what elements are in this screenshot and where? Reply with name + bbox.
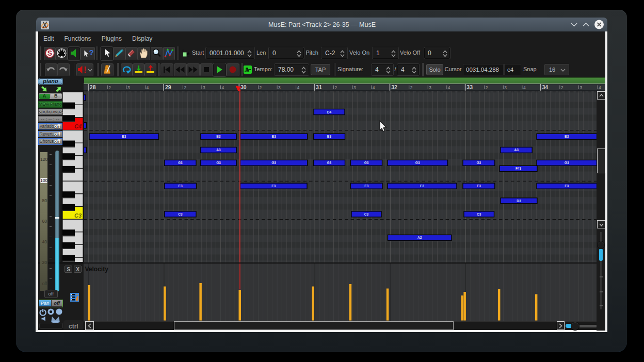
svg-text:G3: G3 [271, 161, 276, 164]
svg-text:3: 3 [202, 85, 205, 90]
svg-text:B3: B3 [271, 135, 276, 138]
svg-text:E3: E3 [178, 184, 182, 188]
svg-text:G3: G3 [564, 161, 569, 164]
svg-text:A2: A2 [417, 236, 422, 239]
svg-text:G3: G3 [364, 161, 368, 164]
svg-text:?: ? [89, 47, 94, 56]
svg-text:3: 3 [579, 85, 582, 90]
svg-text:B3: B3 [122, 135, 126, 138]
svg-text:F#3: F#3 [515, 167, 521, 170]
svg-text:4: 4 [146, 85, 149, 90]
svg-text:2: 2 [259, 85, 262, 90]
svg-text:4: 4 [599, 85, 601, 90]
svg-text:B3: B3 [565, 135, 569, 138]
svg-text:S: S [47, 49, 52, 57]
svg-text:31: 31 [316, 84, 322, 90]
svg-text:3: 3 [429, 85, 431, 90]
svg-text:G3: G3 [476, 161, 481, 164]
svg-text:32: 32 [391, 84, 397, 90]
svg-text:E3: E3 [420, 184, 424, 188]
svg-text:B3: B3 [216, 135, 221, 138]
svg-text:C3: C3 [477, 212, 481, 216]
svg-text:4: 4 [372, 85, 375, 90]
svg-text:2: 2 [108, 85, 111, 90]
svg-text:E3: E3 [364, 184, 368, 188]
svg-text:4: 4 [297, 85, 299, 90]
svg-text:E3: E3 [476, 184, 480, 188]
svg-text:G3: G3 [415, 161, 420, 164]
svg-text:2: 2 [410, 85, 412, 90]
svg-text:D4: D4 [327, 110, 331, 114]
svg-text:B3: B3 [327, 135, 331, 138]
svg-text:C3: C3 [364, 212, 368, 216]
svg-text:3: 3 [504, 85, 507, 90]
svg-text:G3: G3 [178, 161, 183, 164]
svg-text:4: 4 [447, 85, 450, 90]
svg-text:34: 34 [542, 84, 548, 90]
svg-text:3: 3 [278, 85, 281, 90]
svg-text:28: 28 [89, 84, 95, 90]
svg-text:C4: C4 [74, 123, 82, 129]
svg-text:!: ! [84, 65, 86, 74]
svg-text:4: 4 [221, 85, 224, 90]
svg-text:C3: C3 [178, 212, 183, 216]
svg-text:3: 3 [353, 85, 356, 90]
svg-text:4: 4 [523, 85, 525, 90]
svg-text:3: 3 [127, 85, 130, 90]
svg-text:2: 2 [560, 85, 563, 90]
svg-text:A3: A3 [514, 148, 519, 152]
svg-text:29: 29 [165, 84, 171, 90]
svg-text:G3: G3 [216, 161, 221, 164]
svg-text:C3: C3 [74, 212, 82, 219]
svg-text:E3: E3 [565, 184, 569, 188]
svg-text:A3: A3 [216, 148, 221, 152]
svg-text:2: 2 [184, 85, 186, 90]
svg-text:33: 33 [466, 84, 473, 90]
svg-text:E3: E3 [271, 184, 276, 188]
svg-text:2: 2 [485, 85, 488, 90]
svg-text:2: 2 [334, 85, 337, 90]
svg-text:G3: G3 [327, 161, 331, 164]
svg-text:D3: D3 [517, 199, 521, 203]
